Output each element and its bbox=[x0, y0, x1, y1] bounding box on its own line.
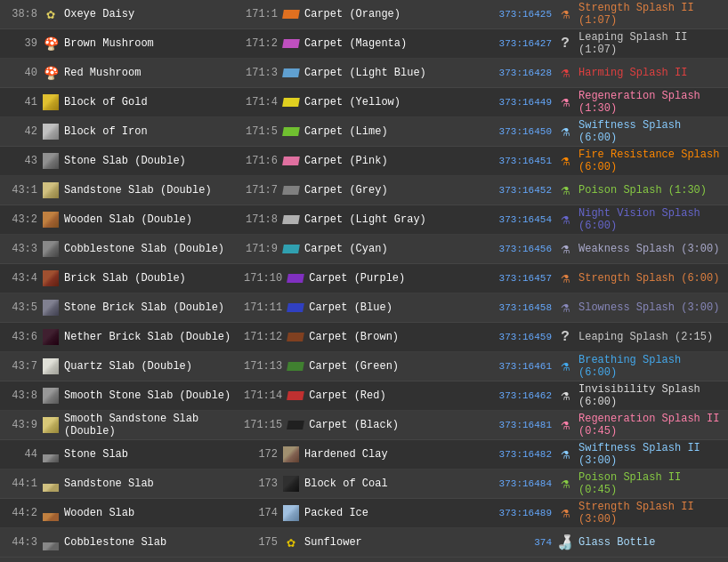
list-item: 175 ✿ Sunflower bbox=[240, 528, 481, 558]
potion-leaping-ii-icon: ? bbox=[555, 34, 575, 53]
list-item: 171:2 Carpet (Magenta) bbox=[240, 29, 481, 59]
list-item: 43:4 Brick Slab (Double) bbox=[0, 264, 240, 293]
list-item: 373:16482 ⚗ Swiftness Splash II (3:00) bbox=[481, 440, 728, 470]
carpet-black-icon bbox=[286, 415, 305, 435]
list-item: 171:12 Carpet (Brown) bbox=[240, 323, 481, 352]
potion-leaping-icon: ? bbox=[555, 327, 575, 347]
brick-slab-double-icon bbox=[41, 269, 61, 288]
list-item: 171:14 Carpet (Red) bbox=[240, 381, 481, 411]
column-2: 171:1 Carpet (Orange) 171:2 Carpet (Mage… bbox=[240, 0, 481, 558]
potion-breathing-icon: ⚗ bbox=[555, 357, 575, 376]
list-item: 43 Stone Slab (Double) bbox=[0, 147, 240, 176]
list-item: 43:6 Nether Brick Slab (Double) bbox=[0, 323, 240, 352]
list-item: 171:1 Carpet (Orange) bbox=[240, 0, 481, 29]
carpet-blue-icon bbox=[286, 298, 305, 317]
carpet-grey-icon bbox=[281, 181, 301, 200]
list-item: 171:13 Carpet (Green) bbox=[240, 352, 481, 381]
list-item: 373:16452 ⚗ Poison Splash (1:30) bbox=[481, 176, 728, 205]
glass-bottle-icon: 🍶 bbox=[555, 533, 575, 552]
column-1: 38:8 ✿ Oxeye Daisy 39 🍄 Brown Mushroom 4… bbox=[0, 0, 240, 558]
potion-nightvision-icon: ⚗ bbox=[555, 210, 575, 229]
wood-slab-icon bbox=[41, 503, 61, 523]
quartz-slab-double-icon bbox=[41, 357, 61, 376]
list-item: 373:16481 ⚗ Regeneration Splash II (0:45… bbox=[481, 411, 728, 440]
cobble-slab-icon bbox=[41, 533, 61, 552]
potion-strength-ii-b-icon: ⚗ bbox=[555, 503, 575, 523]
list-item: 174 Packed Ice bbox=[240, 499, 481, 528]
carpet-lightblue-icon bbox=[281, 63, 301, 83]
list-item: 373:16457 ⚗ Strength Splash (6:00) bbox=[481, 264, 728, 293]
list-item: 373:16489 ⚗ Strength Splash II (3:00) bbox=[481, 499, 728, 528]
red-mushroom-icon: 🍄 bbox=[41, 63, 61, 83]
sandstone-slab-icon bbox=[41, 474, 61, 494]
list-item: 171:7 Carpet (Grey) bbox=[240, 176, 481, 205]
list-item: 39 🍄 Brown Mushroom bbox=[0, 29, 240, 59]
oxeye-icon: ✿ bbox=[41, 4, 61, 24]
wood-slab-double-icon bbox=[41, 210, 61, 229]
list-item: 43:7 Quartz Slab (Double) bbox=[0, 352, 240, 381]
potion-strength-ii-icon: ⚗ bbox=[555, 4, 575, 24]
list-item: 40 🍄 Red Mushroom bbox=[0, 59, 240, 88]
list-item: 373:16484 ⚗ Poison Splash II (0:45) bbox=[481, 470, 728, 499]
list-item: 171:9 Carpet (Cyan) bbox=[240, 235, 481, 264]
list-item: 171:15 Carpet (Black) bbox=[240, 411, 481, 440]
list-item: 373:16427 ? Leaping Splash II (1:07) bbox=[481, 29, 728, 59]
list-item: 373:16461 ⚗ Breathing Splash (6:00) bbox=[481, 352, 728, 381]
list-item: 171:8 Carpet (Light Gray) bbox=[240, 205, 481, 235]
list-item: 373:16425 ⚗ Strength Splash II (1:07) bbox=[481, 0, 728, 29]
main-container: 38:8 ✿ Oxeye Daisy 39 🍄 Brown Mushroom 4… bbox=[0, 0, 728, 558]
list-item: 373:16451 ⚗ Fire Resistance Splash (6:00… bbox=[481, 147, 728, 176]
potion-harming-ii-icon: ⚗ bbox=[555, 63, 575, 83]
list-item: 373:16454 ⚗ Night Vision Splash (6:00) bbox=[481, 205, 728, 235]
list-item: 373:16458 ⚗ Slowness Splash (3:00) bbox=[481, 293, 728, 323]
potion-swiftness-icon: ⚗ bbox=[555, 122, 575, 141]
netherbrick-slab-double-icon bbox=[41, 327, 61, 347]
cobble-slab-double-icon bbox=[41, 239, 61, 259]
list-item: 172 Hardened Clay bbox=[240, 440, 481, 470]
list-item: 171:6 Carpet (Pink) bbox=[240, 147, 481, 176]
list-item: 171:10 Carpet (Purple) bbox=[240, 264, 481, 293]
potion-poison-icon: ⚗ bbox=[555, 181, 575, 200]
list-item: 171:3 Carpet (Light Blue) bbox=[240, 59, 481, 88]
carpet-yellow-icon bbox=[281, 92, 301, 112]
list-item: 41 Block of Gold bbox=[0, 88, 240, 117]
list-item: 44:1 Sandstone Slab bbox=[0, 470, 240, 499]
carpet-brown-icon bbox=[286, 327, 305, 347]
potion-fire-icon: ⚗ bbox=[555, 151, 575, 171]
block-gold-icon bbox=[41, 92, 61, 112]
potion-slowness-icon: ⚗ bbox=[555, 298, 575, 317]
list-item: 42 Block of Iron bbox=[0, 117, 240, 147]
potion-strength-icon: ⚗ bbox=[555, 269, 575, 288]
list-item: 373:16428 ⚗ Harming Splash II bbox=[481, 59, 728, 88]
list-item: 171:11 Carpet (Blue) bbox=[240, 293, 481, 323]
carpet-red-icon bbox=[286, 386, 305, 405]
potion-regen-icon: ⚗ bbox=[555, 92, 575, 112]
list-item: 173 Block of Coal bbox=[240, 470, 481, 499]
sunflower-icon: ✿ bbox=[281, 533, 301, 552]
list-item: 43:3 Cobblestone Slab (Double) bbox=[0, 235, 240, 264]
potion-regen-ii-icon: ⚗ bbox=[555, 415, 575, 435]
potion-swiftness-ii-icon: ⚗ bbox=[555, 445, 575, 464]
stonebrick-slab-double-icon bbox=[41, 298, 61, 317]
list-item: 374 🍶 Glass Bottle bbox=[481, 528, 728, 558]
list-item: 43:5 Stone Brick Slab (Double) bbox=[0, 293, 240, 323]
list-item: 373:16456 ⚗ Weakness Splash (3:00) bbox=[481, 235, 728, 264]
smoothstone-slab-double-icon bbox=[41, 386, 61, 405]
block-iron-icon bbox=[41, 122, 61, 141]
packed-ice-icon bbox=[281, 503, 301, 523]
list-item: 373:16450 ⚗ Swiftness Splash (6:00) bbox=[481, 117, 728, 147]
carpet-purple-icon bbox=[286, 269, 305, 288]
stone-slab-double-icon bbox=[41, 151, 61, 171]
sandstone-slab-double-icon bbox=[41, 181, 61, 200]
list-item: 43:1 Sandstone Slab (Double) bbox=[0, 176, 240, 205]
list-item: 43:2 Wooden Slab (Double) bbox=[0, 205, 240, 235]
carpet-lightgray-icon bbox=[281, 210, 301, 229]
carpet-green-icon bbox=[286, 357, 305, 376]
list-item: 171:5 Carpet (Lime) bbox=[240, 117, 481, 147]
potion-poison-ii-icon: ⚗ bbox=[555, 474, 575, 494]
carpet-orange-icon bbox=[281, 4, 301, 24]
smoothsandstone-slab-double-icon bbox=[41, 415, 61, 435]
list-item: 44:3 Cobblestone Slab bbox=[0, 528, 240, 558]
list-item: 38:8 ✿ Oxeye Daisy bbox=[0, 0, 240, 29]
carpet-pink-icon bbox=[281, 151, 301, 171]
